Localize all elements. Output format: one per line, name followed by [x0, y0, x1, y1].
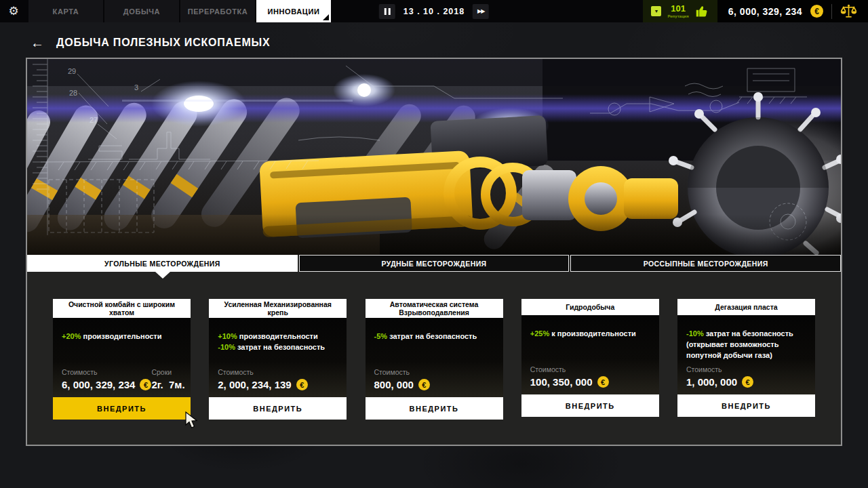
fast-forward-button[interactable]: ▶▶ [473, 4, 489, 19]
currency-coin-icon: € [742, 376, 753, 388]
effect-line: +25% к производительности [530, 329, 650, 340]
tab-karta[interactable]: КАРТА [28, 0, 103, 22]
currency-coin-icon: € [597, 376, 609, 388]
card-body: -10% затрат на безопасность (открывает в… [677, 315, 815, 394]
card-title: Очистной комбайн с широким хватом [53, 299, 191, 318]
cost-block: Стоимость 6, 000, 329, 234 € [62, 368, 151, 390]
card-powered-support: Усиленная Механизированная крепь +10% пр… [209, 299, 347, 420]
currency-coin-icon: € [296, 379, 308, 390]
cost-value: 2, 000, 234, 139 € [218, 379, 307, 390]
reputation-label: Репутация [667, 14, 688, 18]
reputation-value-block: 101 Репутация [667, 4, 688, 18]
time-controls: 13 . 10 . 2018 ▶▶ [379, 0, 489, 22]
effect-line: -10% затрат на безопасность [218, 342, 338, 353]
tab-pererabotka[interactable]: ПЕРЕРАБОТКА [180, 0, 255, 22]
cost-label: Стоимость [374, 368, 430, 376]
settings-button[interactable]: ⚙ [0, 0, 27, 22]
card-seam-degassing: Дегазация пласта -10% затрат на безопасн… [677, 299, 815, 420]
reputation-value: 101 [667, 4, 688, 13]
effect-line: -5% затрат на безопасность [374, 331, 494, 342]
svg-text:28: 28 [69, 89, 77, 97]
card-blast-suppression: Автоматическая система Взрывоподавления … [366, 299, 503, 420]
currency-coin-icon: € [140, 379, 151, 390]
cost-value: 800, 000 € [374, 379, 430, 390]
game-date: 13 . 10 . 2018 [403, 7, 465, 16]
page-title: ДОБЫЧА ПОЛЕЗНЫХ ИСКОПАЕМЫХ [56, 37, 271, 49]
svg-text:29: 29 [68, 67, 76, 75]
main-nav: КАРТА ДОБЫЧА ПЕРЕРАБОТКА ИННОВАЦИИ [28, 0, 331, 22]
svg-text:3: 3 [134, 83, 138, 92]
card-body: +25% к производительности Стоимость 100,… [521, 315, 659, 394]
fast-forward-icon: ▶▶ [477, 8, 484, 14]
implement-button[interactable]: ВНЕДРИТЬ [366, 397, 503, 420]
cost-label: Стоимость [218, 368, 307, 376]
status-cluster: ▼ 101 Репутация 6, 000, 329, 234 € [643, 0, 868, 22]
term-label: Сроки [151, 368, 184, 376]
card-title: Дегазация пласта [677, 299, 815, 315]
page-header: ← ДОБЫЧА ПОЛЕЗНЫХ ИСКОПАЕМЫХ [0, 22, 868, 58]
tab-coal-deposits[interactable]: УГОЛЬНЫЕ МЕСТОРОЖДЕНИЯ [27, 255, 298, 272]
cost-label: Стоимость [62, 368, 151, 376]
implement-button[interactable]: ВНЕДРИТЬ [53, 397, 191, 420]
reputation-block: ▼ 101 Репутация [643, 0, 717, 22]
card-body: -5% затрат на безопасность Стоимость 800… [366, 318, 503, 397]
effect-line: -10% затрат на безопасность (открывает в… [686, 329, 806, 361]
tab-innovacii[interactable]: ИННОВАЦИИ [256, 0, 331, 22]
svg-text:27: 27 [90, 116, 98, 124]
card-title: Автоматическая система Взрывоподавления [366, 299, 503, 318]
active-tab-pointer [155, 272, 170, 279]
cost-block: Стоимость 800, 000 € [374, 368, 430, 390]
gear-icon: ⚙ [8, 4, 18, 18]
card-title: Усиленная Механизированная крепь [209, 299, 347, 318]
card-title: Гидродобыча [521, 299, 659, 315]
tab-placer-deposits[interactable]: РОССЫПНЫЕ МЕСТОРОЖДЕНИЯ [570, 255, 841, 272]
card-shearer: Очистной комбайн с широким хватом +20% п… [53, 299, 191, 420]
term-value: 2г. 7м. [151, 379, 184, 390]
tab-ore-deposits[interactable]: РУДНЫЕ МЕСТОРОЖДЕНИЯ [299, 255, 570, 272]
top-bar: ⚙ КАРТА ДОБЫЧА ПЕРЕРАБОТКА ИННОВАЦИИ 13 … [0, 0, 868, 22]
deposit-tabs: УГОЛЬНЫЕ МЕСТОРОЖДЕНИЯ РУДНЫЕ МЕСТОРОЖДЕ… [27, 255, 841, 272]
back-button[interactable]: ← [31, 36, 44, 49]
cost-block: Стоимость 100, 350, 000 € [530, 365, 609, 388]
currency-coin-icon: € [418, 379, 430, 390]
card-hydraulic-mining: Гидродобыча +25% к производительности Ст… [521, 299, 659, 420]
pause-icon [383, 5, 391, 18]
implement-button[interactable]: ВНЕДРИТЬ [677, 394, 815, 417]
thumbs-up-icon [695, 4, 709, 18]
cost-value: 6, 000, 329, 234 € [62, 379, 151, 390]
money-block: 6, 000, 329, 234 € [717, 0, 868, 22]
innovations-panel: 29 28 27 3 УГОЛЬНЫЕ МЕСТОРОЖДЕНИЯ РУДНЫЕ… [26, 58, 842, 446]
cost-value: 1, 000, 000 € [686, 376, 753, 388]
implement-button[interactable]: ВНЕДРИТЬ [521, 394, 659, 417]
cost-value: 100, 350, 000 € [530, 376, 609, 388]
purple-glow [27, 94, 841, 123]
innovation-cards: Очистной комбайн с широким хватом +20% п… [27, 272, 841, 445]
cost-block: Стоимость 1, 000, 000 € [686, 365, 753, 388]
cost-label: Стоимость [686, 365, 753, 373]
term-block: Сроки 2г. 7м. [151, 368, 184, 390]
reputation-dropdown-button[interactable]: ▼ [651, 6, 661, 16]
card-body: +20% производительности Стоимость 6, 000… [53, 318, 191, 397]
cost-block: Стоимость 2, 000, 234, 139 € [218, 368, 307, 390]
money-value: 6, 000, 329, 234 [728, 6, 802, 17]
pause-button[interactable] [379, 4, 395, 19]
divider [831, 4, 832, 19]
effect-line: +20% производительности [62, 331, 182, 342]
currency-coin-icon: € [810, 5, 823, 18]
cost-label: Стоимость [530, 365, 609, 373]
back-arrow-icon: ← [31, 35, 44, 50]
scales-icon[interactable] [840, 3, 857, 20]
tab-dobycha[interactable]: ДОБЫЧА [104, 0, 179, 22]
card-body: +10% производительности -10% затрат на б… [209, 318, 347, 397]
hero-image: 29 28 27 3 [27, 59, 841, 255]
effect-line: +10% производительности [218, 331, 338, 342]
implement-button[interactable]: ВНЕДРИТЬ [209, 397, 347, 420]
chevron-down-icon: ▼ [654, 9, 658, 14]
